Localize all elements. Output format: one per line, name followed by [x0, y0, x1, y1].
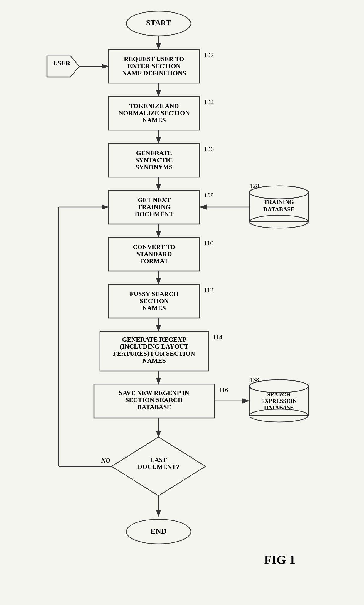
step114-line4: NAMES [142, 357, 166, 364]
training-db-line2: DATABASE [263, 206, 294, 213]
step110-line3: FORMAT [140, 257, 168, 265]
step102-line1: REQUEST USER TO [124, 55, 184, 63]
step108-id: 108 [204, 191, 214, 199]
end-label: END [151, 527, 167, 535]
search-db-line3: DATABASE [264, 404, 294, 411]
step116-line2: SECTION SEARCH [125, 396, 183, 404]
step114-id: 114 [213, 333, 222, 341]
step102-id: 102 [204, 51, 214, 59]
search-db-line1: SEARCH [267, 391, 290, 398]
step114-line1: GENERATE REGEXP [122, 336, 186, 343]
step104-line3: NAMES [142, 116, 166, 124]
step110-line1: CONVERT TO [133, 243, 175, 251]
step104-line2: NORMALIZE SECTION [119, 109, 190, 117]
fig-label: FIG 1 [264, 553, 295, 567]
step114-line2: (INCLUDING LAYOUT [120, 343, 188, 350]
step116-line1: SAVE NEW REGEXP IN [119, 389, 189, 396]
step110-line2: STANDARD [136, 250, 172, 258]
step108-line3: DOCUMENT [135, 210, 173, 218]
step114-line3: FEATURES) FOR SECTION [113, 350, 195, 357]
search-db-id: 138 [250, 376, 259, 383]
decision-line2: DOCUMENT? [138, 463, 179, 470]
start-label: START [146, 19, 171, 27]
training-db-line1: TRAINING [264, 199, 294, 205]
step112-line1: FUSSY SEARCH [130, 290, 178, 298]
flowchart-diagram: START REQUEST USER TO ENTER SECTION NAME… [0, 0, 364, 605]
step110-id: 110 [204, 239, 213, 247]
step112-line2: SECTION [139, 297, 168, 305]
training-db-id: 128 [250, 182, 259, 189]
svg-rect-0 [0, 0, 364, 605]
step106-line1: GENERATE [136, 149, 172, 157]
step106-line3: SYNONYMS [136, 163, 173, 171]
step106-id: 106 [204, 145, 214, 153]
step108-line2: TRAINING [138, 203, 171, 211]
user-label: USER [53, 59, 71, 67]
step106-line2: SYNTACTIC [135, 156, 173, 164]
step102-line2: ENTER SECTION [128, 62, 181, 70]
step108-line1: GET NEXT [138, 196, 171, 204]
step116-line3: DATABASE [137, 403, 171, 411]
step104-id: 104 [204, 98, 214, 106]
step112-line3: NAMES [142, 304, 166, 312]
decision-line1: LAST [150, 456, 167, 463]
step116-id: 116 [219, 386, 228, 394]
search-db-line2: EXPRESSION [261, 398, 297, 404]
step104-line1: TOKENIZE AND [129, 102, 179, 110]
no-label: NO [101, 457, 110, 464]
step112-id: 112 [204, 286, 213, 294]
step102-line3: NAME DEFINITIONS [122, 69, 186, 77]
